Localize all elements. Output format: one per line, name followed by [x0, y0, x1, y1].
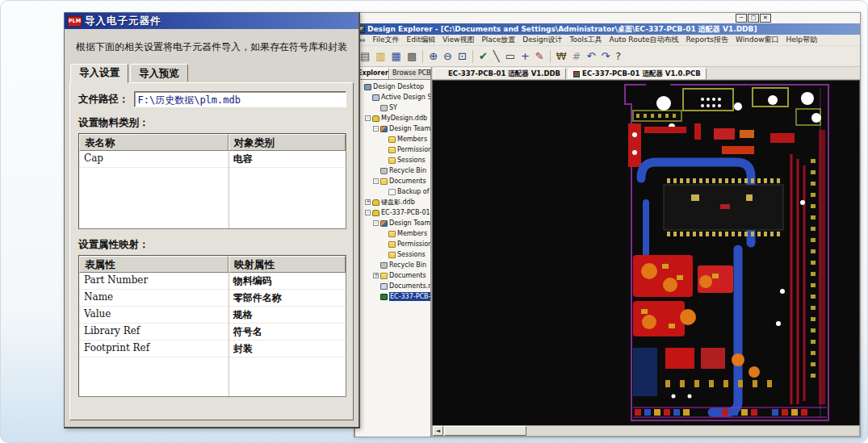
- design-tree[interactable]: Design Desktop Active Design Station S: [354, 79, 431, 437]
- route-icon[interactable]: ₩: [556, 51, 567, 61]
- tree-item[interactable]: EC-337-PCB-01 适配器: [373, 291, 430, 302]
- print-icon[interactable]: ▩: [407, 51, 417, 61]
- document-tab[interactable]: EC-337-PCB-01 适配器 V1.0.PCB: [568, 68, 707, 79]
- table-row[interactable]: Part Number 物料编码: [79, 273, 346, 290]
- pcb-icon: [380, 294, 388, 300]
- folder-icon: [388, 157, 396, 164]
- tree-item[interactable]: Design Desktop: [357, 81, 430, 92]
- column-header[interactable]: 映射属性: [229, 256, 346, 273]
- scroll-left-icon[interactable]: ◄: [433, 426, 443, 436]
- tree-item[interactable]: Permissions: [381, 239, 430, 249]
- tree-item-label: Backup of 键盘: [397, 187, 430, 196]
- menu-item[interactable]: Help帮助: [786, 35, 818, 45]
- tree-item-label: Members: [397, 230, 427, 237]
- table-row[interactable]: Library Ref 符号名: [79, 324, 346, 341]
- tree-item[interactable]: + 键盘影.ddb: [365, 197, 430, 207]
- new-sheet-icon[interactable]: ▤: [360, 51, 370, 61]
- zoom-area-icon[interactable]: ⊡: [458, 51, 467, 61]
- table-row[interactable]: Name 零部件名称: [79, 290, 346, 307]
- column-header[interactable]: 表名称: [79, 134, 229, 151]
- menu-item[interactable]: Window窗口: [736, 35, 779, 45]
- dialog-tab[interactable]: 导入设置: [70, 64, 128, 83]
- folder-icon: [388, 147, 396, 153]
- close-icon[interactable]: ✕: [760, 14, 771, 23]
- tree-item[interactable]: Sessions: [381, 155, 430, 165]
- column-header[interactable]: 表属性: [79, 256, 229, 273]
- panel-tab[interactable]: Browse PCB: [389, 68, 431, 79]
- table-row[interactable]: Value 规格: [79, 307, 346, 324]
- tree-item[interactable]: Permissions: [381, 144, 430, 155]
- table-row[interactable]: Cap 电容: [79, 151, 346, 168]
- tree-item[interactable]: - Design Team: [373, 218, 430, 228]
- open-folder-icon[interactable]: ▥: [375, 51, 385, 61]
- horizontal-scrollbar[interactable]: ◄: [432, 425, 860, 437]
- pcb-canvas[interactable]: [432, 80, 860, 425]
- table-attribute-cell: Library Ref: [79, 324, 229, 340]
- mapped-attribute-cell: 符号名: [229, 324, 346, 340]
- zoom-in-icon[interactable]: ⊕: [429, 51, 438, 61]
- menu-item[interactable]: Reports报告: [686, 35, 728, 45]
- table-column-divider: [229, 256, 229, 396]
- tree-expander[interactable]: -: [365, 210, 371, 215]
- document-tab-label: EC-337-PCB-01 适配器 V1.0.PCB: [582, 69, 701, 79]
- tree-expander[interactable]: -: [365, 115, 371, 121]
- tree-item[interactable]: Sessions: [381, 249, 430, 260]
- explorer-titlebar[interactable]: Design Explorer - [C:\Documents and Sett…: [354, 23, 860, 35]
- save-icon[interactable]: ▦: [392, 51, 401, 61]
- doc-icon: [388, 189, 396, 195]
- minimize-icon[interactable]: ─: [736, 14, 747, 23]
- menu-item[interactable]: Edit编辑: [407, 35, 435, 45]
- window-top-strip: ─ □ ✕: [354, 13, 860, 23]
- category-table[interactable]: 表名称对象类别 Cap 电容: [78, 133, 346, 229]
- column-header[interactable]: 对象类别: [229, 134, 346, 151]
- scrollbar-thumb[interactable]: [444, 426, 526, 436]
- menu-item[interactable]: Tools工具: [569, 35, 602, 45]
- tree-item[interactable]: Active Design Station: [365, 92, 430, 102]
- rect-tool-icon[interactable]: ▭: [505, 51, 515, 61]
- tree-item[interactable]: - Design Team: [373, 123, 430, 134]
- file-path-input[interactable]: F:\历史数据\plm.mdb: [134, 91, 347, 107]
- menu-item[interactable]: File文件: [373, 35, 400, 45]
- tree-expander[interactable]: -: [373, 178, 379, 184]
- tree-item[interactable]: Recycle Bin: [373, 165, 430, 176]
- wrench-tool-icon[interactable]: ✔: [479, 51, 488, 61]
- tree-item[interactable]: - MyDesign.ddb: [365, 113, 430, 123]
- document-tab[interactable]: EC-337-PCB-01 适配器 V1.DDB: [434, 68, 566, 79]
- tree-item[interactable]: Backup of 键盘: [381, 186, 430, 197]
- redo-icon[interactable]: ↷: [601, 51, 610, 61]
- tree-item[interactable]: SY: [373, 102, 430, 113]
- tree-item[interactable]: Members: [381, 134, 430, 144]
- tree-expander[interactable]: +: [365, 199, 371, 205]
- mapping-table[interactable]: 表属性映射属性 Part Number 物料编码 Name 零部件名称: [78, 255, 346, 397]
- menu-item[interactable]: Design设计: [522, 35, 562, 45]
- document-tab-label: EC-337-PCB-01 适配器 V1.DDB: [448, 69, 560, 79]
- move-cross-icon[interactable]: +: [521, 51, 530, 61]
- tree-item[interactable]: - EC-337-PCB-01 适配器: [365, 207, 430, 218]
- maximize-icon[interactable]: □: [748, 14, 759, 23]
- pencil-icon[interactable]: ✎: [535, 51, 544, 61]
- grid-icon[interactable]: #: [572, 51, 581, 61]
- tree-item[interactable]: Documents.rep: [373, 281, 430, 291]
- tree-item[interactable]: Members: [381, 228, 430, 239]
- document-area: EC-337-PCB-01 适配器 V1.DDB EC-337-PCB-01 适…: [432, 67, 860, 437]
- toolbar: ▤ ▥ ▦ ▩ ⊕ ⊖ ⊡ ✔ ╲ ▭: [354, 46, 860, 67]
- tree-item[interactable]: + Documents: [373, 270, 430, 281]
- menu-item[interactable]: Place放置: [481, 35, 515, 45]
- tree-expander[interactable]: -: [373, 220, 379, 226]
- help-icon[interactable]: ?: [615, 51, 621, 61]
- pcb-board-graphic: [617, 81, 851, 424]
- dialog-titlebar[interactable]: PLM 导入电子元器件: [65, 13, 359, 29]
- tree-expander[interactable]: -: [373, 126, 379, 132]
- tree-expander[interactable]: +: [373, 273, 379, 278]
- toolbar-separator: [472, 50, 473, 63]
- menu-item[interactable]: Auto Route自动布线: [610, 35, 679, 45]
- tree-item[interactable]: - Documents: [373, 176, 430, 186]
- zoom-out-icon[interactable]: ⊖: [443, 51, 452, 61]
- undo-icon[interactable]: ↶: [587, 51, 596, 61]
- dialog-tab[interactable]: 导入预览: [130, 64, 188, 81]
- menu-item[interactable]: View视图: [442, 35, 474, 45]
- tree-item[interactable]: Recycle Bin: [373, 260, 430, 270]
- table-row[interactable]: Footprint Ref 封装: [79, 341, 346, 357]
- line-tool-icon[interactable]: ╲: [493, 51, 500, 61]
- team-icon: [380, 126, 388, 132]
